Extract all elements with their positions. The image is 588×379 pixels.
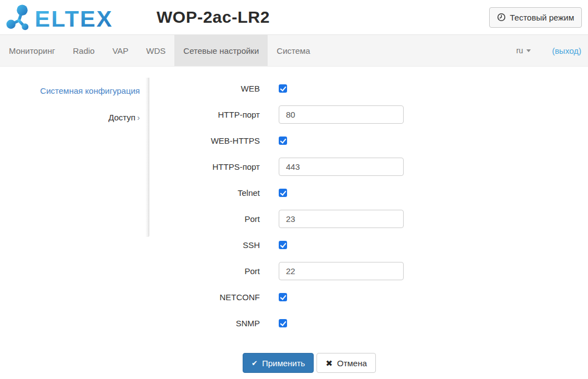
cancel-label: Отмена (337, 358, 367, 368)
tab-monitoring[interactable]: Мониторинг (0, 35, 64, 66)
http-port-input[interactable] (279, 105, 404, 124)
sidebar-item-system-configuration[interactable]: Системная конфигурация (0, 86, 140, 95)
cancel-button[interactable]: ✖ Отмена (316, 353, 375, 373)
web-checkbox[interactable] (279, 84, 287, 93)
sidebar-item-label: Системная конфигурация (40, 86, 140, 95)
tab-wds[interactable]: WDS (137, 35, 174, 66)
web-label: WEB (149, 84, 260, 93)
navbar: МониторингRadioVAPWDSСетевые настройкиСи… (0, 34, 588, 67)
apply-button[interactable]: ✔ Применить (243, 353, 314, 373)
sidebar-item-label: Доступ (108, 113, 135, 122)
language-value: ru (516, 46, 523, 55)
sidebar-item-access[interactable]: Доступ› (0, 113, 140, 122)
form-row-http-port: HTTP-порт (149, 105, 588, 124)
http-port-label: HTTP-порт (149, 110, 260, 119)
form-row-https-port: HTTPS-порт (149, 157, 588, 176)
test-mode-label: Тестовый режим (510, 13, 574, 22)
form-actions: ✔ Применить ✖ Отмена (243, 353, 588, 373)
x-icon: ✖ (325, 359, 333, 367)
ssh-port-label: Port (149, 266, 260, 276)
form-row-ssh: SSH (149, 235, 588, 254)
ssh-checkbox[interactable] (279, 241, 287, 249)
tab-system[interactable]: Система (268, 35, 319, 66)
form-row-snmp: SNMP (149, 314, 588, 332)
chevron-right-icon: › (137, 113, 140, 122)
form-row-netconf: NETCONF (149, 287, 588, 306)
ssh-label: SSH (149, 240, 260, 250)
snmp-label: SNMP (149, 319, 260, 328)
navbar-right: ru (выход) (516, 35, 588, 66)
form-row-web-https: WEB-HTTPS (149, 131, 588, 150)
telnet-port-input[interactable] (279, 210, 404, 228)
netconf-checkbox[interactable] (279, 293, 287, 301)
form-row-web: WEB (149, 79, 588, 98)
eltex-logo: ELTEX (6, 4, 129, 31)
web-https-checkbox[interactable] (279, 137, 287, 145)
page-title: WOP-2ac-LR2 (157, 8, 270, 27)
tab-network-settings[interactable]: Сетевые настройки (174, 35, 268, 66)
form-row-telnet-port: Port (149, 209, 588, 228)
check-icon: ✔ (252, 360, 258, 367)
snmp-checkbox[interactable] (279, 319, 287, 327)
tab-radio[interactable]: Radio (64, 35, 103, 66)
page: ELTEX WOP-2ac-LR2 Тестовый режим Монитор… (0, 0, 588, 379)
form-rows: WEBHTTP-портWEB-HTTPSHTTPS-портTelnetPor… (149, 79, 588, 332)
tab-vap[interactable]: VAP (103, 35, 137, 66)
test-mode-button[interactable]: Тестовый режим (489, 7, 582, 28)
ssh-port-input[interactable] (279, 262, 404, 280)
netconf-label: NETCONF (149, 292, 260, 302)
sidebar-divider (145, 78, 149, 237)
web-https-label: WEB-HTTPS (149, 136, 260, 145)
telnet-label: Telnet (149, 188, 260, 198)
access-settings-form: WEBHTTP-портWEB-HTTPSHTTPS-портTelnetPor… (149, 67, 588, 379)
https-port-label: HTTPS-порт (149, 162, 260, 171)
telnet-port-label: Port (149, 214, 260, 224)
brand-text: ELTEX (35, 6, 113, 31)
logout-link[interactable]: (выход) (552, 46, 581, 55)
https-port-input[interactable] (279, 158, 404, 176)
eltex-molecule-icon: ELTEX (6, 4, 129, 31)
caret-down-icon (526, 49, 531, 52)
form-row-telnet: Telnet (149, 183, 588, 202)
language-selector[interactable]: ru (516, 46, 531, 55)
sidebar: Системная конфигурацияДоступ› (0, 67, 149, 379)
content: Системная конфигурацияДоступ› WEBHTTP-по… (0, 67, 588, 379)
nav-tabs: МониторингRadioVAPWDSСетевые настройкиСи… (0, 35, 319, 66)
header: ELTEX WOP-2ac-LR2 Тестовый режим (0, 0, 588, 34)
apply-label: Применить (262, 358, 305, 368)
form-row-ssh-port: Port (149, 261, 588, 280)
telnet-checkbox[interactable] (279, 189, 287, 197)
clock-icon (497, 13, 506, 22)
